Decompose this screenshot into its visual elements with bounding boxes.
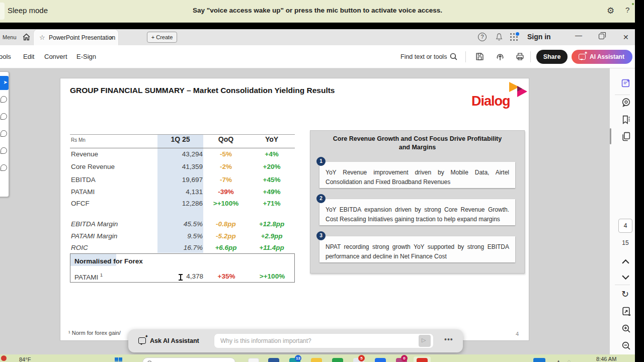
sign-in-button[interactable]: Sign in (527, 33, 551, 41)
window-restore-button[interactable] (599, 34, 604, 39)
row-yoy: +49% (249, 188, 295, 196)
row-label: EBITDA Margin (71, 220, 118, 228)
voice-help-icon[interactable]: ? (625, 6, 629, 14)
commentary-text: YoY Revenue improvement driven by Mobile… (326, 168, 509, 187)
row-value: 41,359 (157, 163, 203, 170)
ai-chat-icon (579, 54, 586, 60)
tab-bar: Menu ☆ PowerPoint Presentation × + Creat… (0, 29, 635, 45)
viewer-sidebar: 4 15 ↻ (610, 68, 635, 354)
col-header-yoy: YoY (249, 135, 295, 143)
share-button[interactable]: Share (536, 50, 568, 64)
rotate-page-icon[interactable]: ↻ (621, 289, 629, 300)
esign-menu[interactable]: E-Sign (76, 53, 96, 60)
save-icon[interactable] (475, 52, 484, 63)
text-tool-icon[interactable] (1, 147, 7, 154)
dialog-logo: Dialog (471, 94, 510, 109)
select-tool-active[interactable] (0, 76, 9, 90)
app-badge: 0 (401, 355, 408, 361)
forex-row-label: PATAMI 1 (74, 273, 103, 281)
sign-tool-icon[interactable] (1, 164, 7, 171)
taskbar-app-icon[interactable] (311, 358, 322, 362)
zoom-in-icon[interactable] (621, 324, 631, 335)
taskbar-app-icon[interactable] (248, 358, 259, 362)
row-value: 19,697 (157, 176, 203, 184)
previous-page-chevron-icon[interactable] (621, 257, 630, 266)
commentary-panel: Core Revenue Growth and Cost Focus Drive… (310, 130, 525, 274)
commentary-text: YoY EBITDA expansion driven by strong Co… (326, 205, 509, 224)
taskbar-clock[interactable]: 8:46 AM (596, 356, 616, 362)
highlight-tool-icon[interactable] (1, 130, 7, 137)
zoom-tool-icon[interactable] (1, 96, 7, 103)
bookmarks-icon[interactable] (621, 115, 631, 127)
apps-grid-icon[interactable] (510, 33, 518, 41)
page-thumbnails-icon[interactable] (621, 132, 631, 143)
window-close-button[interactable]: ✕ (623, 33, 629, 41)
upload-share-icon[interactable] (496, 52, 505, 63)
search-icon[interactable] (449, 52, 458, 63)
notification-dot (516, 32, 519, 36)
tray-network-icon[interactable]: ◌ (568, 358, 571, 362)
ai-more-options[interactable]: ••• (444, 335, 453, 343)
taskbar-app-icon[interactable] (268, 358, 279, 362)
table-row: OFCF 12,286 >+100% +71% (70, 198, 295, 210)
window-minimize-button[interactable]: — (575, 31, 582, 39)
fit-page-icon[interactable] (621, 307, 631, 319)
row-yoy: +71% (249, 200, 295, 207)
table-row: EBITDA 19,697 -7% +45% (70, 174, 295, 186)
ai-send-button[interactable] (419, 335, 431, 347)
row-qoq: +6.6pp (203, 244, 249, 251)
taskbar-app-icon-active[interactable] (417, 358, 428, 362)
ai-assistant-label: AI Assistant (590, 53, 624, 60)
tray-icon[interactable]: ▲ (556, 358, 561, 362)
home-icon[interactable] (22, 33, 31, 43)
tab-star-icon[interactable]: ☆ (39, 34, 45, 41)
sidebar-divider (615, 95, 630, 95)
help-icon[interactable]: ? (478, 33, 487, 41)
row-value: 12,286 (157, 200, 203, 207)
zoom-out-icon[interactable] (621, 341, 631, 352)
ai-assistant-button[interactable]: AI Assistant (572, 50, 632, 64)
commentary-text: NPAT recording strong growth YoY support… (326, 242, 509, 261)
forex-row-qoq: +35% (204, 273, 249, 280)
screen: Sleep mode Say "voice access wake up" or… (0, 0, 635, 362)
voice-settings-gear-icon[interactable]: ⚙ (607, 6, 614, 16)
edit-menu[interactable]: Edit (23, 53, 34, 60)
row-label: PATAMI Margin (71, 232, 117, 240)
row-yoy: +12.8pp (249, 220, 295, 228)
find-text-label[interactable]: Find text or tools (400, 53, 447, 60)
menu-button[interactable]: Menu (3, 34, 17, 40)
taskbar-app-icon[interactable] (375, 358, 386, 362)
table-unit-label: Rs Mn (71, 137, 86, 143)
quick-tools-palette[interactable] (0, 71, 9, 197)
tab-close-icon[interactable]: × (109, 34, 113, 41)
ai-question-input[interactable] (214, 333, 434, 348)
row-qoq: -2% (203, 163, 249, 170)
document-tab[interactable]: ☆ PowerPoint Presentation × (33, 29, 119, 45)
voice-status-dot (632, 3, 634, 5)
notifications-bell-icon[interactable] (495, 33, 503, 43)
convert-menu[interactable]: Convert (44, 53, 67, 60)
weather-temperature[interactable]: 84°F (19, 356, 31, 362)
current-page-input[interactable]: 4 (618, 219, 632, 233)
weather-icon[interactable] (1, 355, 7, 361)
row-value: 16.7% (157, 244, 203, 251)
next-page-chevron-icon[interactable] (621, 273, 630, 282)
ai-summary-icon[interactable] (621, 78, 631, 90)
row-yoy: +20% (249, 163, 295, 170)
row-label: EBITDA (71, 176, 96, 184)
scrollbar-thumb[interactable] (610, 128, 611, 144)
table-row: PATAMI 4,131 -39% +49% (70, 186, 295, 198)
print-icon[interactable] (516, 52, 524, 63)
taskbar-search-box[interactable] (142, 357, 235, 362)
ask-ai-chat-icon (138, 337, 146, 344)
comments-icon[interactable] (621, 98, 631, 109)
windows-start-icon[interactable] (115, 357, 123, 362)
taskbar-app-icon[interactable] (332, 358, 343, 362)
mail-badge: 5 (358, 355, 365, 361)
comment-tool-icon[interactable] (1, 113, 7, 120)
sidebar-divider (615, 285, 630, 285)
taskbar-language-icon[interactable] (533, 358, 545, 362)
create-button[interactable]: + Create (147, 32, 177, 43)
row-qoq: -39% (203, 188, 249, 196)
tools-menu[interactable]: ools (0, 53, 11, 60)
